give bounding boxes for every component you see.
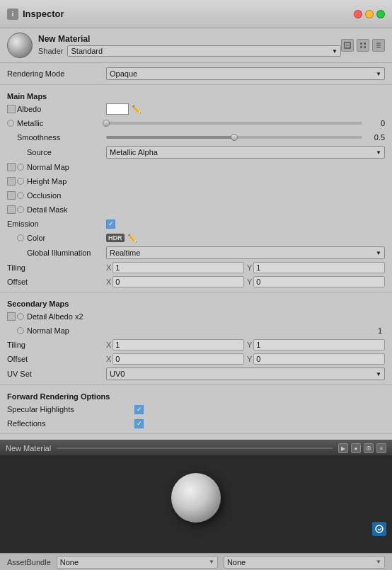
inspector-content: Rendering Mode Opaque ▼ Main Maps Albedo… [0,63,392,440]
preview-play-button[interactable]: ▶ [338,443,348,453]
normal-map-circle-icon [17,164,24,171]
main-tiling-label: Tiling [7,263,106,272]
assetbundle-dropdown-1[interactable]: None ▼ [57,556,218,569]
secondary-offset-label: Offset [7,355,106,363]
secondary-tiling-x-input[interactable] [113,339,244,350]
detail-albedo-label: Detail Albedo x2 [27,312,385,321]
maximize-button[interactable] [376,10,385,18]
secondary-tiling-label: Tiling [7,341,106,349]
reflections-checkbox[interactable] [134,419,144,428]
main-tiling-group: X Y [106,262,385,273]
reflections-row: Reflections [0,416,392,431]
metallic-value: 0 [365,119,385,127]
main-offset-y-letter: Y [247,278,252,286]
secondary-tiling-x-field: X [106,339,244,350]
smoothness-label-area: Smoothness [7,133,106,142]
assetbundle-bar: AssetBundle None ▼ None ▼ [0,553,392,570]
shader-row: Shader Standard ▼ [38,45,341,57]
specular-label-area: Specular Highlights [7,405,134,414]
preview-dots-button[interactable]: ⦿ [364,443,374,453]
secondary-offset-x-letter: X [106,355,111,363]
height-map-label: Height Map [27,177,385,186]
smoothness-slider-track[interactable] [106,136,362,139]
specular-label: Specular Highlights [7,405,74,414]
material-icon-btn-2[interactable] [357,39,369,52]
material-name: New Material [38,34,341,44]
main-tiling-x-input[interactable] [113,262,244,273]
smoothness-slider-fill [106,136,234,139]
svg-rect-2 [360,42,362,45]
emission-checkbox[interactable] [106,220,115,229]
specular-row: Specular Highlights [0,402,392,416]
albedo-color-swatch[interactable] [106,103,129,115]
gi-label-area: Global Illumination [7,249,106,257]
normal-map-checkbox[interactable] [7,163,16,171]
secondary-offset-x-input[interactable] [113,353,244,365]
occlusion-circle-icon [17,192,24,199]
source-dropdown[interactable]: Metallic Alpha ▼ [106,146,385,159]
metallic-slider-thumb[interactable] [103,120,110,127]
albedo-row: Albedo ✏️ [0,102,392,116]
color-row: Color HDR ✏️ [0,231,392,245]
color-pencil-icon[interactable]: ✏️ [127,234,137,243]
detail-mask-checkbox[interactable] [7,205,16,214]
metallic-slider-container: 0 [106,119,385,127]
secondary-tiling-y-input[interactable] [253,339,385,350]
svg-point-9 [376,525,383,532]
metallic-slider-track[interactable] [106,122,362,125]
uvset-dropdown[interactable]: UV0 ▼ [106,367,385,380]
preview-menu-button[interactable]: ≡ [376,443,386,453]
secondary-normal-map-label: Normal Map [27,326,378,335]
gi-dropdown[interactable]: Realtime ▼ [106,246,385,259]
smoothness-label: Smoothness [17,133,60,142]
preview-dot-button[interactable]: ● [351,443,361,453]
emission-label: Emission [7,220,39,228]
gi-value: Realtime [110,249,140,257]
preview-corner-icon[interactable] [372,522,386,536]
secondary-tiling-group: X Y [106,339,385,350]
detail-albedo-checkbox[interactable] [7,312,16,321]
main-tiling-x-field: X [106,262,244,273]
rendering-mode-row: Rendering Mode Opaque ▼ [0,66,392,81]
secondary-offset-y-field: Y [247,353,385,365]
material-icon-btn-1[interactable] [341,39,354,52]
shader-dropdown[interactable]: Standard ▼ [67,45,341,57]
window-controls [354,10,385,18]
height-map-checkbox[interactable] [7,177,16,186]
smoothness-value: 0.5 [365,133,385,142]
occlusion-checkbox[interactable] [7,191,16,200]
source-row: Source Metallic Alpha ▼ [0,144,392,160]
main-tiling-y-input[interactable] [253,262,385,273]
smoothness-slider-thumb[interactable] [231,134,238,141]
preview-title-line [57,448,333,449]
albedo-checkbox[interactable] [7,105,16,113]
material-preview-sphere [7,33,33,58]
height-map-circle-icon [17,178,24,185]
color-label-area: Color [7,234,106,242]
secondary-offset-y-input[interactable] [253,353,385,365]
minimize-button[interactable] [365,10,374,18]
secondary-normal-map-value: 1 [378,326,382,335]
material-header: New Material Shader Standard ▼ [0,28,392,63]
color-control: HDR ✏️ [106,234,385,243]
metallic-row: Metallic 0 [0,116,392,130]
close-button[interactable] [354,10,362,18]
svg-rect-3 [364,42,366,45]
source-dropdown-arrow: ▼ [376,149,381,156]
secondary-normal-map-circle-icon [17,327,24,334]
uvset-value: UV0 [110,370,125,378]
albedo-control: ✏️ [106,103,385,115]
main-offset-y-field: Y [247,276,385,287]
rendering-mode-dropdown[interactable]: Opaque ▼ [106,67,385,80]
source-value: Metallic Alpha [110,148,158,156]
forward-rendering-header: Forward Rendering Options [0,388,392,402]
material-icon-btn-3[interactable] [372,39,385,52]
secondary-tiling-row: Tiling X Y [0,338,392,352]
specular-checkbox[interactable] [134,405,144,414]
normal-map-label: Normal Map [27,163,385,171]
material-header-icons [341,39,385,52]
main-offset-x-input[interactable] [113,276,244,287]
assetbundle-dropdown-2[interactable]: None ▼ [224,556,385,569]
albedo-pencil-icon[interactable]: ✏️ [132,105,142,114]
main-offset-y-input[interactable] [253,276,385,287]
